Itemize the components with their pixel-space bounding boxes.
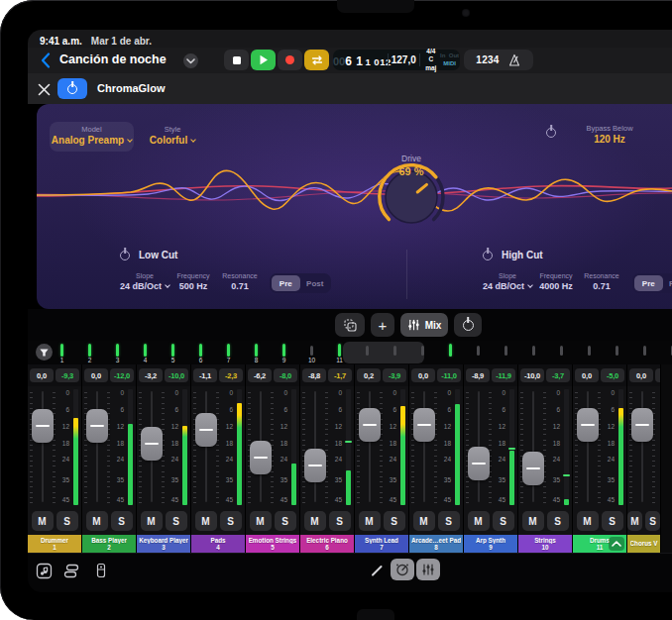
mute-button[interactable]: M [627,511,642,531]
db-readout-row: -10,0 -3,7 [518,364,572,386]
volume-fader[interactable] [577,408,599,442]
knob-view-button[interactable] [391,559,414,580]
track-name-tab[interactable]: Synth Lead 7 [355,535,408,553]
collapse-mixer-button[interactable] [609,537,624,551]
solo-button[interactable]: S [329,511,351,531]
filter-tracks-button[interactable] [36,344,53,361]
edit-mode-button[interactable] [367,561,387,580]
solo-button[interactable]: S [602,511,623,531]
cycle-button[interactable] [304,50,329,70]
low-cut-power-icon[interactable] [120,251,130,260]
high-cut-resonance[interactable]: Resonance 0.71 [574,272,629,294]
track-name-tab[interactable]: Drummer 1 [28,535,81,553]
mix-view-button[interactable]: Mix [400,313,448,337]
mute-button[interactable]: M [141,511,163,531]
mute-button[interactable]: M [577,511,599,531]
browser-button[interactable] [34,561,54,580]
track-name-tab[interactable]: Pads 4 [191,535,245,553]
low-cut-section: Low Cut Slope 24 dB/Oct Frequency 500 Hz… [120,248,407,305]
plugins-button[interactable] [91,561,111,580]
volume-fader[interactable] [304,449,326,482]
faders-view-button[interactable] [416,559,440,580]
solo-button[interactable]: S [438,511,460,531]
track-name-tab[interactable]: Arcade…eet Pad 8 [409,535,463,553]
overview-meter [421,346,424,356]
volume-fader[interactable] [468,447,490,480]
count-in-badge[interactable]: 1234 [464,50,533,70]
plugin-power-button[interactable] [57,78,87,99]
volume-fader[interactable] [86,409,108,443]
overview-meter [477,346,480,356]
volume-fader[interactable] [195,413,217,447]
chevron-down-icon [186,58,195,64]
post-button[interactable]: Post [301,275,330,291]
pre-button[interactable]: Pre [272,275,300,291]
solo-button[interactable]: S [645,511,660,531]
volume-fader[interactable] [141,427,163,461]
routing-icon [63,564,79,578]
project-menu-button[interactable] [183,53,198,68]
record-button[interactable] [278,50,302,70]
overview-meter [560,346,563,356]
model-selector[interactable]: Model Analog Preamp [50,122,134,152]
fader-scale-label: 6 [493,407,505,414]
mute-button[interactable]: M [468,511,490,531]
stop-button[interactable] [224,50,249,70]
track-name-tab[interactable]: Emotion Strings 5 [246,535,299,553]
fader-scale-label: 0 [329,390,342,397]
volume-fader[interactable] [250,441,272,474]
track-name-tab[interactable]: Keyboard Player 3 [137,535,190,553]
back-button[interactable] [38,52,54,69]
bypass-power-icon[interactable] [546,128,556,138]
play-button[interactable] [251,50,276,70]
low-cut-resonance[interactable]: Resonance 0.71 [212,272,268,294]
overview-track-number: 6 [195,357,207,363]
track-name-tab[interactable]: Chorus V [627,535,660,553]
high-cut-section: High Cut Slope 24 dB/Oct Frequency 4000 … [483,248,672,305]
solo-button[interactable]: S [547,511,569,531]
overview-visible-window[interactable] [343,342,424,363]
track-name-tab[interactable]: Drums 11 [573,535,626,553]
solo-button[interactable]: S [275,511,296,531]
track-name-tab[interactable]: Strings 10 [518,535,572,553]
level-control[interactable]: Level 0.0 [649,124,672,146]
solo-button[interactable]: S [56,511,78,531]
mute-button[interactable]: M [359,511,381,531]
duplicate-button[interactable] [335,313,365,337]
track-name-tab[interactable]: Bass Player 2 [82,535,136,553]
volume-fader[interactable] [631,408,653,442]
tick-marks [411,392,414,503]
level-meter [182,426,187,505]
routing-button[interactable] [61,561,81,580]
pre-button[interactable]: Pre [634,275,663,291]
volume-fader[interactable] [359,408,381,442]
mute-button[interactable]: M [86,511,108,531]
volume-fader[interactable] [413,408,435,442]
post-button[interactable]: Post [664,275,672,291]
mute-button[interactable]: M [522,511,544,531]
mute-button[interactable]: M [32,511,54,531]
solo-button[interactable]: S [111,511,133,531]
mute-button[interactable]: M [250,511,272,531]
main-toolbar: Canción de noche 006 11 012 127,0 [28,48,672,73]
add-track-button[interactable]: + [371,313,394,337]
volume-fader[interactable] [522,452,544,485]
mute-button[interactable]: M [413,511,435,531]
bypass-below-control[interactable]: Bypass Below 120 Hz [570,124,649,146]
mute-button[interactable]: M [195,511,217,531]
solo-button[interactable]: S [384,511,405,531]
project-title[interactable]: Canción de noche [59,52,167,66]
mixer-power-button[interactable] [454,313,482,337]
track-name-tab[interactable]: Arp Synth 9 [464,535,517,553]
style-selector[interactable]: Style Colorful [138,125,207,147]
high-cut-power-icon[interactable] [483,251,493,260]
solo-button[interactable]: S [220,511,242,531]
solo-button[interactable]: S [166,511,187,531]
track-name-tab[interactable]: Electric Piano 6 [300,535,354,553]
fader-area: 061218243545 [300,386,354,507]
close-plugin-button[interactable] [38,82,52,96]
solo-button[interactable]: S [493,511,514,531]
lcd-display[interactable]: 006 11 012 127,0 4/4C maj In Out MIDI [333,50,460,70]
volume-fader[interactable] [32,409,54,443]
mute-button[interactable]: M [304,511,326,531]
